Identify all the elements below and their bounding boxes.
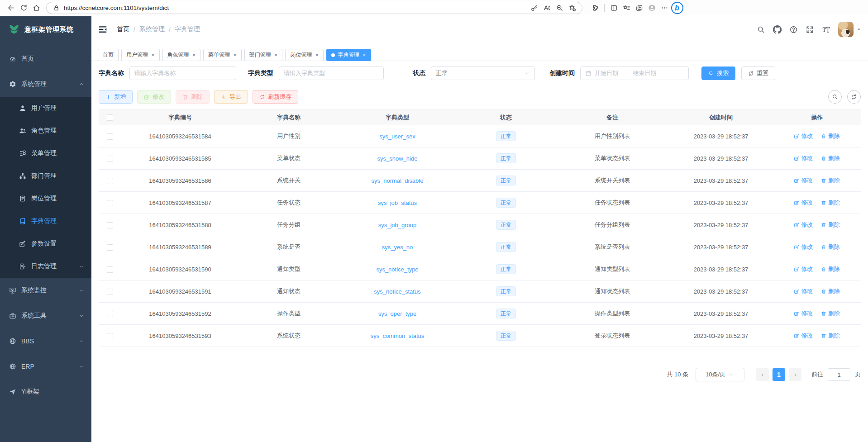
bing-icon[interactable]: b — [671, 2, 683, 14]
font-size-icon[interactable] — [819, 23, 833, 36]
sidebar-item-BBS[interactable]: BBS — [0, 328, 91, 354]
back-icon[interactable] — [5, 2, 17, 14]
dict-type-link[interactable]: sys_show_hide — [377, 155, 418, 162]
row-delete-link[interactable]: 删除 — [821, 132, 840, 140]
row-edit-link[interactable]: 修改 — [794, 132, 813, 140]
reset-button[interactable]: 重置 — [741, 67, 775, 80]
tab-close-icon[interactable]: × — [192, 52, 196, 58]
row-delete-link[interactable]: 删除 — [821, 287, 840, 295]
extensions-icon[interactable] — [589, 2, 601, 14]
row-checkbox[interactable] — [107, 289, 113, 295]
tab-首页[interactable]: 首页 × — [98, 49, 119, 61]
row-checkbox[interactable] — [107, 311, 113, 317]
tab-close-icon[interactable]: × — [274, 52, 278, 58]
tab-close-icon[interactable]: × — [233, 52, 237, 58]
split-screen-icon[interactable] — [607, 2, 620, 14]
favorite-add-icon[interactable] — [566, 2, 578, 14]
dict-type-link[interactable]: sys_notice_type — [376, 266, 418, 273]
row-edit-link[interactable]: 修改 — [794, 221, 813, 229]
sidebar-item-系统工具[interactable]: 系统工具 — [0, 303, 91, 328]
row-edit-link[interactable]: 修改 — [794, 243, 813, 251]
row-edit-link[interactable]: 修改 — [794, 176, 813, 185]
github-icon[interactable] — [770, 23, 784, 36]
address-bar[interactable]: https://ccnetcore.com:1101/system/dict — [46, 2, 582, 14]
search-icon[interactable] — [754, 23, 768, 36]
dict-type-link[interactable]: sys_normal_disable — [372, 177, 424, 184]
dict-type-link[interactable]: sys_common_status — [371, 333, 424, 339]
sidebar-item-参数设置[interactable]: 参数设置 — [0, 233, 91, 255]
search-button[interactable]: 搜索 — [701, 67, 735, 80]
fullscreen-icon[interactable] — [803, 23, 816, 36]
date-end[interactable]: 结束日期 — [633, 69, 656, 77]
row-delete-link[interactable]: 删除 — [821, 265, 840, 273]
dict-type-link[interactable]: sys_notice_status — [374, 288, 420, 295]
tab-close-icon[interactable]: × — [362, 52, 366, 58]
collections-icon[interactable] — [633, 2, 645, 14]
refresh-icon[interactable] — [17, 2, 30, 14]
url-text[interactable]: https://ccnetcore.com:1101/system/dict — [64, 5, 528, 11]
edit-button[interactable]: 修改 — [137, 90, 171, 104]
sidebar-item-字典管理[interactable]: 字典管理 — [0, 210, 91, 233]
row-checkbox[interactable] — [107, 222, 113, 228]
tab-菜单管理[interactable]: 菜单管理 × — [203, 49, 242, 61]
tab-close-icon[interactable]: × — [315, 52, 319, 58]
avatar-caret-down-icon[interactable] — [856, 27, 862, 32]
sidebar-item-首页[interactable]: 首页 — [0, 46, 91, 71]
profile-icon[interactable] — [645, 2, 658, 14]
more-icon[interactable] — [658, 2, 671, 14]
row-delete-link[interactable]: 删除 — [821, 243, 840, 251]
refresh-table-button[interactable] — [847, 90, 861, 104]
tab-用户管理[interactable]: 用户管理 × — [121, 49, 160, 61]
row-delete-link[interactable]: 删除 — [821, 154, 840, 162]
zoom-out-icon[interactable] — [553, 2, 566, 14]
row-edit-link[interactable]: 修改 — [794, 265, 813, 273]
favorites-icon[interactable] — [620, 2, 633, 14]
dict-type-link[interactable]: sys_yes_no — [382, 244, 413, 251]
date-start[interactable]: 开始日期 — [595, 69, 618, 77]
dict-type-link[interactable]: sys_oper_type — [378, 310, 417, 317]
row-delete-link[interactable]: 删除 — [821, 176, 840, 185]
row-checkbox[interactable] — [107, 244, 113, 251]
row-edit-link[interactable]: 修改 — [794, 199, 813, 207]
sidebar-item-角色管理[interactable]: 角色管理 — [0, 119, 91, 142]
sidebar-item-日志管理[interactable]: 日志管理 — [0, 255, 91, 278]
dict-type-link[interactable]: sys_job_group — [378, 222, 417, 228]
dict-type-input[interactable]: 请输入字典类型 — [279, 67, 384, 80]
sidebar-item-部门管理[interactable]: 部门管理 — [0, 165, 91, 187]
prev-page-button[interactable]: ‹ — [756, 368, 769, 381]
date-range-input[interactable]: 开始日期 - 结束日期 — [580, 67, 689, 80]
user-avatar[interactable] — [838, 22, 854, 37]
row-checkbox[interactable] — [107, 333, 113, 339]
read-aloud-icon[interactable] — [540, 2, 553, 14]
show-search-toggle-button[interactable] — [828, 90, 842, 104]
goto-page-input[interactable]: 1 — [828, 368, 850, 381]
sidebar-item-系统管理[interactable]: 系统管理 — [0, 71, 91, 97]
row-checkbox[interactable] — [107, 200, 113, 206]
tab-字典管理[interactable]: 字典管理 × — [326, 49, 371, 61]
sidebar-item-用户管理[interactable]: 用户管理 — [0, 97, 91, 119]
row-delete-link[interactable]: 删除 — [821, 221, 840, 229]
row-edit-link[interactable]: 修改 — [794, 332, 813, 340]
status-select[interactable]: 正常 — [431, 67, 535, 80]
sidebar-item-Yi框架[interactable]: Yi框架 — [0, 379, 91, 404]
row-edit-link[interactable]: 修改 — [794, 309, 813, 318]
row-delete-link[interactable]: 删除 — [821, 332, 840, 340]
dict-type-link[interactable]: sys_user_sex — [379, 133, 415, 140]
row-checkbox[interactable] — [107, 266, 113, 273]
tab-部门管理[interactable]: 部门管理 × — [244, 49, 283, 61]
sidebar-item-ERP[interactable]: ERP — [0, 354, 91, 379]
dict-type-link[interactable]: sys_job_status — [378, 200, 417, 206]
home-icon[interactable] — [30, 2, 43, 14]
row-checkbox[interactable] — [107, 156, 113, 162]
help-icon[interactable] — [787, 23, 800, 36]
tab-岗位管理[interactable]: 岗位管理 × — [285, 49, 324, 61]
collapse-sidebar-icon[interactable] — [98, 24, 108, 34]
next-page-button[interactable]: › — [789, 368, 801, 381]
row-checkbox[interactable] — [107, 133, 113, 140]
sidebar-item-菜单管理[interactable]: 菜单管理 — [0, 142, 91, 165]
sidebar-item-系统监控[interactable]: 系统监控 — [0, 278, 91, 303]
export-button[interactable]: 导出 — [214, 90, 248, 104]
row-checkbox[interactable] — [107, 178, 113, 184]
row-delete-link[interactable]: 删除 — [821, 199, 840, 207]
dict-name-input[interactable]: 请输入字典名称 — [129, 67, 236, 80]
